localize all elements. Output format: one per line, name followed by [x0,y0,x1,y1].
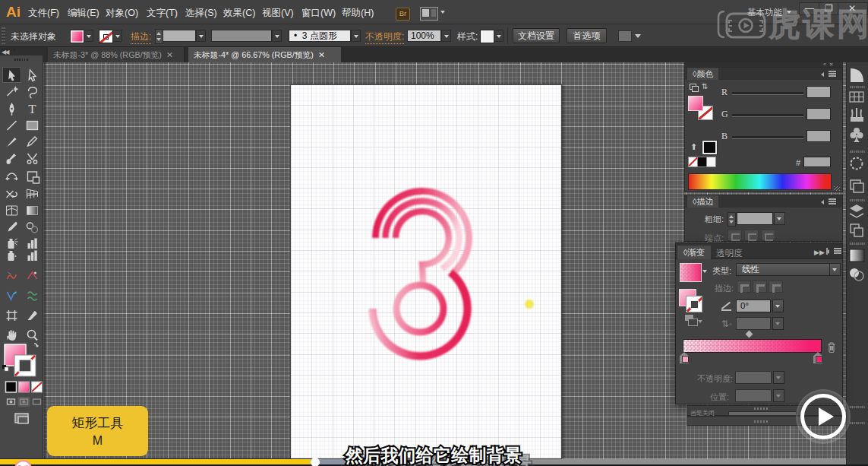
svg-text:T: T [28,102,36,116]
